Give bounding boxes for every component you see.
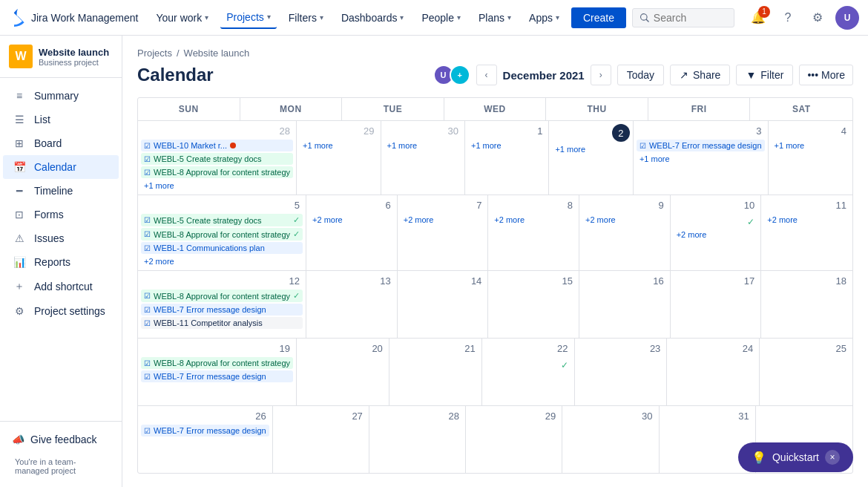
search-bar[interactable] [632,8,734,27]
apps-menu[interactable]: Apps ▾ [523,7,565,28]
calendar-event[interactable]: ☑ WEBL-8 Approval for content strategy [141,357,293,369]
calendar-event[interactable]: ☑ WEBL-7 Error message design [141,425,269,437]
app-logo[interactable]: Jira Work Management [9,9,138,27]
calendar-day: 11 +2 more [761,195,852,270]
sidebar-item-reports[interactable]: 📊 Reports [3,250,119,274]
calendar-event[interactable]: ☑ WEBL-8 Approval for content strategy ✓ [141,228,303,241]
calendar-event[interactable]: ☑ WEBL-8 Approval for content strategy ✓ [141,290,303,302]
people-menu[interactable]: People ▾ [415,7,467,28]
feedback-icon: 📣 [12,434,24,445]
sidebar-item-add-shortcut[interactable]: ＋ Add shortcut [3,274,119,299]
create-button[interactable]: Create [571,7,626,28]
sidebar-item-project-settings[interactable]: ⚙ Project settings [3,299,119,323]
event-label: WEBL-7 Error message design [154,426,266,435]
board-icon: ⊞ [12,137,27,149]
more-events-link[interactable]: +2 more [491,214,576,226]
day-number: 18 [764,274,849,288]
day-number: 16 [582,274,667,288]
more-events-link[interactable]: +1 more [468,140,545,151]
calendar-event[interactable]: ☑ WEBL-1 Communications plan [141,242,303,254]
event-label: WEBL-8 Approval for content strategy [154,168,290,177]
event-label: WEBL-10 Market r... [154,141,227,150]
sidebar-item-forms[interactable]: ⊡ Forms [3,203,119,226]
dashboards-menu[interactable]: Dashboards ▾ [335,7,410,28]
more-events-link[interactable]: +1 more [772,140,849,151]
notifications-button[interactable]: 🔔 1 [746,6,770,30]
day-number: 22 [485,341,571,356]
settings-icon: ⚙ [12,305,27,317]
plans-menu[interactable]: Plans ▾ [473,7,517,28]
search-input[interactable] [654,12,726,24]
calendar-day: 1 +1 more [465,121,549,195]
check-icon: ☑ [144,292,151,300]
more-events-link[interactable]: +1 more [300,140,377,151]
complete-icon: ✓ [293,215,300,225]
event-label: WEBL-8 Approval for content strategy [154,292,290,301]
next-month-button[interactable]: › [591,65,611,85]
day-number: 20 [300,341,386,356]
day-header-wed: WED [444,98,547,120]
calendar-day: 12 ☑ WEBL-8 Approval for content strateg… [138,271,306,338]
project-icon: W [9,45,33,68]
more-events-link[interactable]: +2 more [309,214,394,226]
calendar-event[interactable]: ☑ WEBL-7 Error message design [141,370,293,382]
day-number: 21 [392,341,479,356]
calendar-day: 5 ☑ WEBL-5 Create strategy docs ✓ ☑ WEBL… [138,195,306,270]
day-number-today: 2 [612,124,630,142]
give-feedback-item[interactable]: 📣 Give feedback [6,428,116,451]
filters-menu[interactable]: Filters ▾ [283,7,329,28]
topnav-right-actions: 🔔 1 ? ⚙ U [746,6,859,30]
day-header-thu: THU [546,98,648,120]
project-header: W Website launch Business project [0,36,122,78]
calendar-day: 22 ✓ [482,339,575,405]
day-number: 4 [772,124,849,138]
sidebar-item-timeline[interactable]: ━ Timeline [3,179,119,203]
projects-menu[interactable]: Projects ▾ [220,7,277,29]
more-events-link[interactable]: +2 more [582,214,667,226]
calendar-event[interactable]: ☑ WEBL-10 Market r... [141,140,293,151]
more-events-link[interactable]: +1 more [637,153,765,165]
day-number: 24 [670,341,756,356]
more-button[interactable]: ••• More [799,65,853,85]
quickstart-widget[interactable]: 💡 Quickstart × [738,442,853,472]
user-avatar[interactable]: U [835,6,859,30]
more-events-link[interactable]: +2 more [141,255,303,267]
more-events-link[interactable]: +1 more [384,140,461,151]
complete-icon: ✓ [293,291,300,301]
breadcrumb: Projects / Website launch [137,48,853,59]
sidebar-item-label: Project settings [34,305,105,317]
sidebar-item-calendar[interactable]: 📅 Calendar [3,155,119,179]
settings-button[interactable]: ⚙ [806,6,829,30]
calendar-event[interactable]: ☑ WEBL-7 Error message design [141,304,303,316]
prev-month-button[interactable]: ‹ [476,65,497,85]
day-number: 17 [674,274,758,288]
sidebar-item-list[interactable]: ☰ List [3,108,119,131]
quickstart-close-button[interactable]: × [825,450,840,465]
event-label: WEBL-5 Create strategy docs [154,216,262,225]
more-events-link[interactable]: +2 more [401,214,485,226]
more-events-link[interactable]: +1 more [141,180,293,192]
calendar-event[interactable]: ☑ WEBL-11 Competitor analysis [141,317,303,329]
more-events-link[interactable]: +2 more [764,214,849,226]
calendar-event[interactable]: ☑ WEBL-5 Create strategy docs [141,153,293,165]
calendar-event[interactable]: ☑ WEBL-8 Approval for content strategy [141,166,293,178]
share-button[interactable]: ↗ Share [670,65,730,85]
calendar-event[interactable]: ☑ WEBL-5 Create strategy docs ✓ [141,214,303,226]
sidebar-footer: 📣 Give feedback You're in a team-managed… [0,421,122,487]
sidebar-item-issues[interactable]: ⚠ Issues [3,226,119,250]
day-number: 15 [491,274,576,288]
more-events-link[interactable]: +2 more [674,229,758,241]
today-button[interactable]: Today [617,65,664,85]
more-events-link[interactable]: +1 more [552,143,629,155]
help-button[interactable]: ? [776,6,800,30]
your-work-menu[interactable]: Your work ▾ [150,7,214,28]
sidebar-item-board[interactable]: ⊞ Board [3,131,119,155]
filter-button[interactable]: ▼ Filter [736,65,793,85]
sidebar-item-summary[interactable]: ≡ Summary [3,84,119,108]
day-number: 14 [401,274,485,288]
calendar-event[interactable]: ☑ WEBL-7 Error message design [637,140,765,151]
calendar-week: 12 ☑ WEBL-8 Approval for content strateg… [138,271,852,339]
breadcrumb-projects-link[interactable]: Projects [137,48,172,59]
avatar-user2[interactable]: + [450,65,470,85]
calendar-day: 13 [306,271,398,338]
